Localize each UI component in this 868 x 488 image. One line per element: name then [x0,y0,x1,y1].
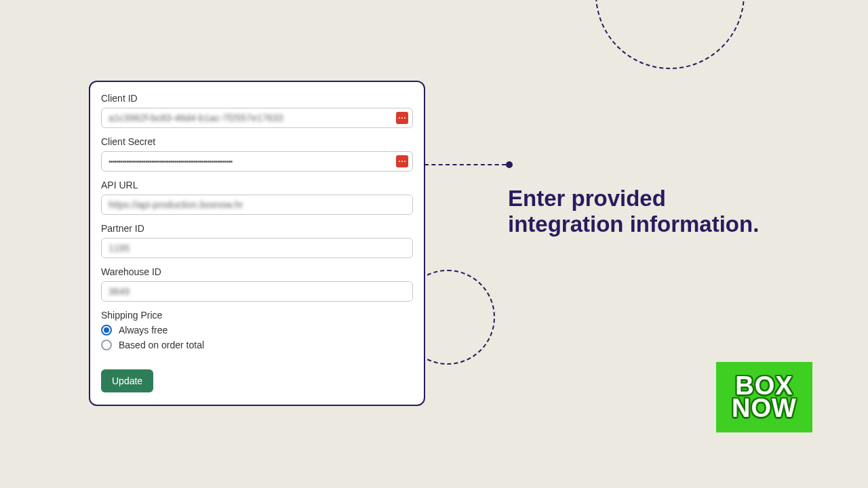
radio-icon [101,325,112,336]
update-button[interactable]: Update [101,369,153,392]
decorative-circle-top [595,0,745,69]
boxnow-logo: BOX NOW [716,362,812,432]
password-manager-icon[interactable] [396,155,408,167]
shipping-price-label: Shipping Price [101,310,413,321]
client-id-label: Client ID [101,93,413,104]
client-secret-input[interactable] [102,153,412,169]
headline: Enter provided integration information. [508,186,779,237]
warehouse-id-input[interactable] [102,282,412,301]
api-url-label: API URL [101,180,413,190]
shipping-option-based-on-total[interactable]: Based on order total [101,340,413,350]
radio-icon [101,340,112,350]
warehouse-id-label: Warehouse ID [101,266,413,277]
partner-id-label: Partner ID [101,223,413,234]
password-manager-icon[interactable] [396,112,408,124]
api-url-input[interactable] [102,195,412,214]
partner-id-input[interactable] [102,239,412,258]
connector-line [425,164,506,165]
radio-label: Based on order total [119,340,204,350]
integration-form: Client ID Client Secret API URL Partner … [89,81,425,406]
logo-line2: NOW [732,397,797,420]
connector-dot [506,161,513,168]
client-secret-label: Client Secret [101,136,413,147]
radio-label: Always free [119,325,167,336]
client-id-input[interactable] [102,108,412,127]
shipping-option-always-free[interactable]: Always free [101,325,413,336]
